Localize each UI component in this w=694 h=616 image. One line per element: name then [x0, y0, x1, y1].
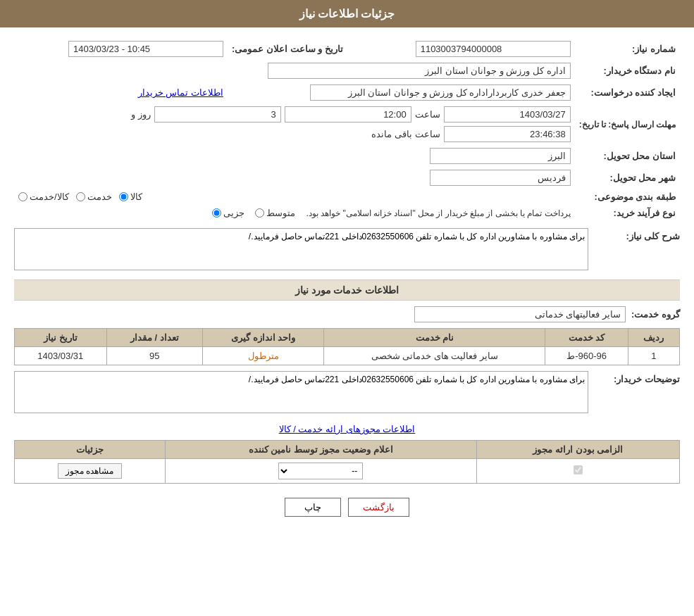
col-name: نام خدمت	[324, 329, 545, 347]
response-date-field: 1403/03/27	[444, 106, 571, 122]
need-number-value: 1103003794000008	[361, 38, 575, 60]
date-label: تاریخ و ساعت اعلان عمومی:	[228, 38, 347, 60]
purchase-type-row: پرداخت تمام یا بخشی از مبلغ خریدار از مح…	[14, 205, 575, 221]
purchase-type-jozyi-label: جزیی	[223, 208, 244, 218]
status-select[interactable]: --	[278, 463, 363, 479]
buyer-org-value: اداره کل ورزش و جوانان استان البرز	[14, 60, 575, 82]
delivery-province-field: البرز	[430, 148, 571, 164]
response-time-label: ساعت	[415, 109, 440, 120]
delivery-city-field: فردیس	[430, 170, 571, 186]
response-remaining-field: 23:46:38	[444, 126, 571, 142]
purchase-type-jozyi-radio[interactable]	[212, 208, 221, 218]
page-header: جزئیات اطلاعات نیاز	[0, 0, 694, 27]
col-date: تاریخ نیاز	[15, 329, 107, 347]
purchase-type-label: نوع فرآیند خرید:	[575, 205, 680, 221]
purchase-type-motevaset-radio[interactable]	[255, 208, 264, 218]
delivery-city-label: شهر محل تحویل:	[575, 167, 680, 189]
cell-row: 1	[628, 347, 679, 365]
table-row: 1 960-96-ط سایر فعالیت های خدماتی شخصی م…	[15, 347, 680, 365]
cell-name: سایر فعالیت های خدماتی شخصی	[324, 347, 545, 365]
col-code: کد خدمت	[545, 329, 628, 347]
requester-field: جعفر خدری کاربرداراداره کل ورزش و جوانان…	[310, 84, 571, 101]
service-group-label: گروه خدمت:	[631, 309, 680, 320]
required-checkbox	[574, 465, 583, 474]
response-deadline-row: 1403/03/27 ساعت 12:00 3 روز و 23:46:38 س…	[14, 103, 575, 145]
cell-date: 1403/03/31	[15, 347, 107, 365]
back-button[interactable]: بازگشت	[348, 498, 409, 517]
category-khadamat-radio[interactable]	[76, 192, 85, 201]
need-number-label: شماره نیاز:	[575, 38, 680, 60]
response-days-label: روز و	[131, 109, 151, 120]
lic-col-details: جزئیات	[15, 441, 166, 459]
page-title: جزئیات اطلاعات نیاز	[299, 8, 395, 20]
delivery-province-value: البرز	[14, 145, 575, 167]
delivery-province-label: استان محل تحویل:	[575, 145, 680, 167]
response-time-field: 12:00	[285, 106, 411, 122]
requester-value: جعفر خدری کاربرداراداره کل ورزش و جوانان…	[228, 82, 575, 103]
cell-unit: مترطول	[203, 347, 324, 365]
buyer-org-label: نام دستگاه خریدار:	[575, 60, 680, 82]
purchase-type-motevaset-label: متوسط	[266, 208, 295, 218]
licenses-title: اطلاعات مجوزهای ارائه خدمت / کالا	[14, 424, 680, 434]
services-table: ردیف کد خدمت نام خدمت واحد اندازه گیری ت…	[14, 328, 680, 365]
main-info-table: شماره نیاز: 1103003794000008 تاریخ و ساع…	[14, 38, 680, 221]
category-khadamat-label: خدمت	[87, 191, 112, 202]
response-deadline-label: مهلت ارسال پاسخ: تا تاریخ:	[575, 103, 680, 145]
col-quantity: تعداد / مقدار	[106, 329, 203, 347]
license-row: -- مشاهده مجوز	[15, 459, 680, 484]
response-days-field: 3	[154, 106, 281, 122]
category-kala-label: کالا	[130, 191, 142, 202]
requester-label: ایجاد کننده درخواست:	[575, 82, 680, 103]
buyer-description-label: توضیحات خریدار:	[595, 371, 680, 384]
view-license-button[interactable]: مشاهده مجوز	[58, 463, 121, 479]
category-row: کالا/خدمت خدمت کالا	[14, 189, 575, 205]
need-description-field	[14, 228, 588, 270]
print-button[interactable]: چاپ	[285, 498, 341, 517]
service-group-field: سایر فعالیتهای خدماتی	[414, 306, 626, 322]
cell-code: 960-96-ط	[545, 347, 628, 365]
lic-col-required: الزامی بودن ارائه مجوز	[476, 441, 679, 459]
purchase-type-note: پرداخت تمام یا بخشی از مبلغ خریدار از مح…	[306, 208, 570, 218]
date-value: 1403/03/23 - 10:45	[14, 38, 228, 60]
services-info-title: اطلاعات خدمات مورد نیاز	[14, 279, 680, 301]
licenses-table: الزامی بودن ارائه مجوز اعلام وضعیت مجوز …	[14, 440, 680, 484]
date-field: 1403/03/23 - 10:45	[68, 41, 223, 57]
need-description-label: شرح کلی نیاز:	[595, 228, 680, 241]
category-kala-khadamat-radio[interactable]	[18, 192, 27, 201]
response-remaining-label: ساعت باقی مانده	[371, 129, 440, 139]
buyer-description-field	[14, 371, 588, 413]
col-unit: واحد اندازه گیری	[203, 329, 324, 347]
cell-quantity: 95	[106, 347, 203, 365]
contact-link[interactable]: اطلاعات تماس خریدار	[138, 87, 223, 98]
need-number-field: 1103003794000008	[416, 41, 571, 57]
action-buttons: بازگشت چاپ	[14, 498, 680, 517]
category-kala-khadamat-label: کالا/خدمت	[30, 191, 69, 202]
lic-col-status: اعلام وضعیت مجوز توسط نامین کننده	[165, 441, 476, 459]
category-kala-radio[interactable]	[119, 192, 128, 201]
col-row: ردیف	[628, 329, 679, 347]
lic-cell-status: --	[165, 459, 476, 484]
buyer-org-field: اداره کل ورزش و جوانان استان البرز	[268, 63, 571, 79]
delivery-city-value: فردیس	[14, 167, 575, 189]
lic-cell-details: مشاهده مجوز	[15, 459, 166, 484]
lic-cell-required	[476, 459, 679, 484]
category-label: طبقه بندی موضوعی:	[575, 189, 680, 205]
